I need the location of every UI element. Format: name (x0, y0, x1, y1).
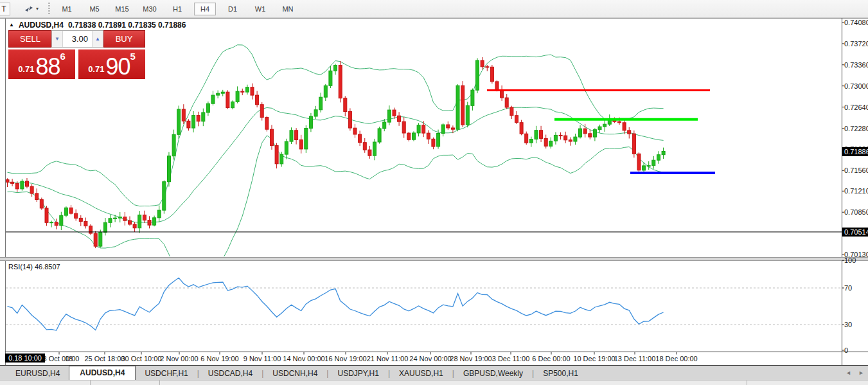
timeframe-button-mn[interactable]: MN (277, 3, 299, 15)
candle-body (662, 152, 665, 155)
candle-body (75, 213, 78, 218)
candle-body (99, 232, 102, 246)
timeframe-button-m5[interactable]: M5 (84, 3, 105, 15)
tab-audusd-h4[interactable]: AUDUSD,H4 (69, 366, 136, 380)
time-axis-label: 13 Dec 11:00 (614, 355, 656, 363)
candle-body (637, 154, 641, 170)
candle-body (398, 116, 401, 121)
candle-body (285, 141, 288, 154)
candle-body (383, 122, 386, 129)
rsi-axis-label: 0 (844, 346, 848, 354)
volume-increase-button[interactable]: ▲ (92, 31, 103, 47)
tab-usdcad-h4[interactable]: USDCAD,H4 (199, 367, 261, 380)
candle-body (647, 166, 650, 166)
candle-body (569, 140, 572, 141)
tab-sp500-h1[interactable]: SP500,H1 (534, 367, 587, 380)
candle-body (275, 146, 278, 164)
tab-usdcnh-h4[interactable]: USDCNH,H4 (263, 367, 326, 380)
candle-body (295, 130, 298, 140)
text-tool-icon[interactable]: T (0, 3, 10, 15)
timeframe-button-d1[interactable]: D1 (222, 3, 244, 15)
candle-body (441, 125, 445, 134)
timeframe-button-h4[interactable]: H4 (194, 3, 216, 15)
candle-body (270, 129, 274, 145)
candle-body (544, 138, 547, 146)
timeframe-button-m15[interactable]: M15 (111, 3, 133, 15)
candle-body (427, 133, 430, 139)
candle-body (50, 222, 53, 223)
candle-body (387, 110, 391, 122)
candle-body (148, 220, 151, 226)
timeframe-button-h1[interactable]: H1 (166, 3, 188, 15)
candle-body (353, 128, 357, 134)
candle-body (451, 128, 454, 129)
candle-body (432, 139, 435, 147)
candle-body (339, 66, 342, 98)
sell-price-pip: 6 (60, 53, 66, 60)
volume-decrease-button[interactable]: ▼ (52, 31, 63, 47)
time-axis-label: 16 Nov 19:00 (324, 355, 366, 363)
tab-scroll-left-icon[interactable]: ◄ (846, 370, 851, 376)
candle-body (525, 134, 528, 143)
buy-price-box[interactable]: 0.71 90 5 (78, 49, 145, 79)
status-bar (0, 380, 868, 385)
black-level-label: 0.70514 (842, 228, 868, 237)
chevron-down-icon: ▾ (36, 6, 39, 12)
time-axis-label: 24 Nov 00:00 (409, 355, 451, 363)
timeframe-button-w1[interactable]: W1 (249, 3, 271, 15)
candle-body (177, 109, 181, 134)
volume-value[interactable]: 3.00 (63, 31, 92, 47)
candle-body (540, 130, 543, 139)
time-axis-label: 9 Nov 11:00 (244, 355, 281, 363)
candle-body (60, 215, 63, 226)
tab-usdchf-h1[interactable]: USDCHF,H1 (136, 367, 197, 380)
candle-body (490, 67, 493, 82)
candle-body (103, 222, 107, 232)
chart-arrows-icon (24, 4, 34, 13)
candle-body (30, 186, 33, 193)
tab-gbpusd-weekly[interactable]: GBPUSD,Weekly (454, 367, 532, 380)
candle-body (481, 60, 484, 67)
price-axis-label: 0.71560 (844, 166, 868, 174)
tab-scroll-right-icon[interactable]: ► (858, 370, 864, 376)
sell-button[interactable]: SELL (8, 30, 51, 48)
candle-body (319, 97, 323, 110)
ohlc-values: 0.71838 0.71891 0.71835 0.71886 (68, 21, 186, 30)
candle-body (598, 127, 601, 130)
timeframe-button-m30[interactable]: M30 (139, 3, 161, 15)
candle-body (133, 224, 136, 228)
tab-eurusd-h4[interactable]: EURUSD,H4 (6, 367, 69, 380)
candle-body (461, 85, 465, 125)
candle-body (231, 102, 235, 107)
rsi-axis-label: 70 (844, 284, 852, 292)
candle-body (118, 217, 121, 219)
candle-body (221, 92, 224, 93)
candle-body (168, 156, 171, 182)
candle-body (515, 116, 518, 123)
chart-arrows-button[interactable]: ▾ (22, 3, 40, 15)
candle-body (437, 134, 440, 147)
candle-body (241, 91, 244, 92)
price-axis-label: 0.73720 (844, 40, 868, 48)
candle-body (564, 136, 567, 140)
candle-body (26, 181, 29, 186)
price-axis-label: 0.70850 (844, 208, 868, 216)
sell-price-box[interactable]: 0.71 88 6 (8, 49, 75, 79)
candle-body (344, 98, 347, 112)
chart-title: ▲ AUDUSD,H4 0.71838 0.71891 0.71835 0.71… (9, 21, 186, 30)
candle-body (642, 166, 646, 170)
buy-price-main: 90 (105, 57, 130, 76)
candle-body (579, 129, 582, 137)
tab-usdjpy-h1[interactable]: USDJPY,H1 (328, 367, 387, 380)
candle-body (378, 129, 381, 142)
time-axis-label: 14 Nov 00:00 (283, 355, 324, 363)
buy-button[interactable]: BUY (103, 30, 145, 48)
candle-body (305, 129, 308, 149)
one-click-collapse-icon[interactable]: ▲ (9, 22, 14, 28)
candle-body (348, 111, 351, 128)
toolbar-grip-handle[interactable] (48, 3, 50, 15)
timeframe-button-m1[interactable]: M1 (56, 3, 78, 15)
tab-xauusd-h1[interactable]: XAUUSD,H1 (390, 367, 452, 380)
candle-body (510, 107, 513, 116)
candle-body (280, 154, 283, 164)
